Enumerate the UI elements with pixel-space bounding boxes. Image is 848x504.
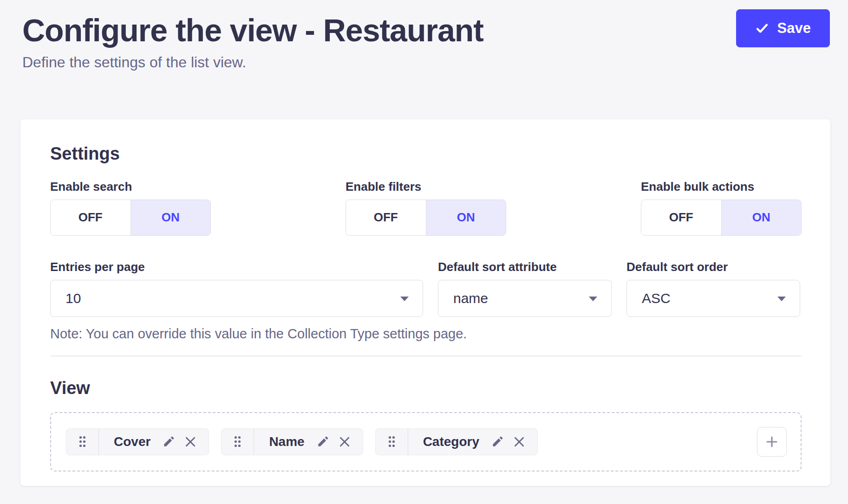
enable-filters-toggle[interactable]: OFF ON [346, 200, 506, 236]
section-divider [50, 355, 802, 356]
page-subtitle: Define the settings of the list view. [22, 54, 737, 71]
chip-body: Name [254, 429, 362, 455]
note-text: Note: You can override this value in the… [50, 326, 802, 342]
enable-search-label: Enable search [50, 180, 211, 194]
selects-row: Entries per page 10 Default sort attribu… [50, 260, 802, 317]
edit-field-button[interactable] [491, 435, 504, 448]
default-sort-attribute-select[interactable]: name [438, 280, 612, 317]
field-chip-label: Category [420, 434, 482, 449]
pencil-icon [163, 435, 175, 448]
enable-search-on-option[interactable]: ON [130, 200, 211, 235]
enable-bulk-actions-off-option[interactable]: OFF [641, 200, 721, 235]
default-sort-order-value: ASC [642, 291, 671, 306]
default-sort-order-select[interactable]: ASC [626, 280, 800, 317]
plus-icon [764, 434, 779, 449]
toggles-row: Enable search OFF ON Enable filters OFF … [50, 180, 802, 236]
cross-icon [513, 436, 525, 448]
settings-heading: Settings [50, 143, 802, 165]
remove-field-button[interactable] [339, 436, 351, 448]
page-title: Configure the view - Restaurant [22, 12, 737, 48]
field-chip-label: Cover [111, 434, 153, 449]
entries-per-page-value: 10 [65, 291, 81, 306]
remove-field-button[interactable] [513, 436, 525, 448]
remove-field-button[interactable] [184, 436, 196, 448]
drag-handle-icon[interactable] [376, 429, 408, 455]
chevron-down-icon [400, 297, 409, 301]
view-heading: View [50, 378, 802, 399]
save-button[interactable]: Save [736, 9, 830, 47]
enable-bulk-actions-on-option[interactable]: ON [721, 200, 802, 235]
default-sort-attribute-value: name [453, 291, 488, 306]
enable-filters-on-option[interactable]: ON [426, 200, 506, 235]
field-layout-dropzone: Cover [50, 412, 802, 472]
edit-field-button[interactable] [163, 435, 175, 448]
edit-field-button[interactable] [317, 435, 329, 448]
field-chip-label: Name [266, 434, 307, 449]
enable-filters-off-option[interactable]: OFF [346, 200, 426, 235]
enable-bulk-actions-toggle[interactable]: OFF ON [641, 200, 802, 236]
check-icon [755, 21, 769, 35]
chevron-down-icon [777, 297, 786, 301]
default-sort-order-label: Default sort order [626, 260, 800, 274]
add-field-button[interactable] [757, 427, 787, 457]
pencil-icon [491, 435, 504, 448]
default-sort-attribute-label: Default sort attribute [438, 260, 612, 274]
entries-per-page-select[interactable]: 10 [50, 280, 423, 317]
cross-icon [184, 436, 196, 448]
drag-handle-icon[interactable] [222, 429, 254, 455]
enable-search-toggle[interactable]: OFF ON [50, 200, 211, 236]
page-header: Configure the view - Restaurant Define t… [0, 0, 848, 71]
enable-bulk-actions-field: Enable bulk actions OFF ON [641, 180, 802, 236]
entries-per-page-label: Entries per page [50, 260, 423, 274]
entries-per-page-field: Entries per page 10 [50, 260, 423, 317]
pencil-icon [317, 435, 329, 448]
enable-filters-label: Enable filters [346, 180, 506, 194]
enable-filters-field: Enable filters OFF ON [346, 180, 506, 236]
default-sort-attribute-field: Default sort attribute name [438, 260, 612, 317]
chip-body: Cover [99, 429, 209, 455]
field-chip-name: Name [221, 428, 363, 455]
save-button-label: Save [777, 20, 811, 37]
cross-icon [339, 436, 351, 448]
field-chip-cover: Cover [66, 428, 209, 455]
chevron-down-icon [589, 297, 597, 301]
drag-handle-icon[interactable] [66, 429, 99, 455]
settings-card: Settings Enable search OFF ON Enable fil… [20, 119, 830, 486]
enable-search-field: Enable search OFF ON [50, 180, 211, 236]
default-sort-order-field: Default sort order ASC [626, 260, 800, 317]
chip-body: Category [408, 429, 537, 455]
enable-search-off-option[interactable]: OFF [51, 200, 130, 235]
field-chip-category: Category [375, 428, 538, 455]
enable-bulk-actions-label: Enable bulk actions [641, 180, 802, 194]
